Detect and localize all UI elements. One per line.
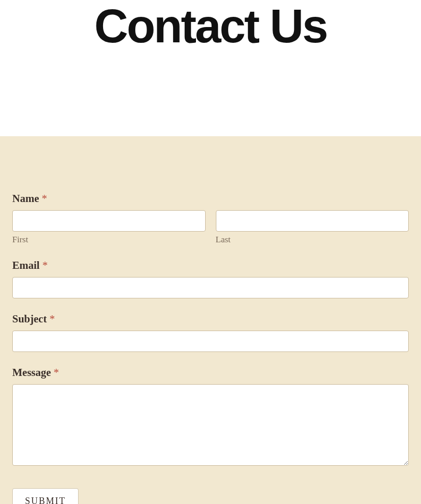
name-required-mark: *	[42, 192, 47, 205]
last-name-col: Last	[216, 210, 409, 245]
header-section: Contact Us	[0, 0, 421, 136]
message-label: Message *	[12, 366, 409, 379]
email-label: Email *	[12, 259, 409, 272]
message-textarea[interactable]	[12, 384, 409, 466]
name-label: Name *	[12, 192, 409, 205]
last-name-sublabel: Last	[216, 235, 409, 245]
subject-field-group: Subject *	[12, 313, 409, 352]
email-input[interactable]	[12, 277, 409, 298]
submit-button[interactable]: SUBMIT	[12, 488, 79, 504]
name-row: First Last	[12, 210, 409, 245]
subject-input[interactable]	[12, 331, 409, 352]
contact-form: Name * First Last Email * Subject *	[0, 136, 421, 504]
email-label-text: Email	[12, 259, 40, 271]
page-title: Contact Us	[0, 0, 421, 49]
message-required-mark: *	[54, 366, 59, 379]
last-name-input[interactable]	[216, 210, 409, 232]
subject-label: Subject *	[12, 313, 409, 325]
first-name-input[interactable]	[12, 210, 206, 232]
name-field-group: Name * First Last	[12, 192, 409, 245]
email-required-mark: *	[42, 259, 48, 271]
subject-label-text: Subject	[12, 313, 47, 325]
name-label-text: Name	[12, 192, 39, 205]
message-field-group: Message *	[12, 366, 409, 468]
subject-required-mark: *	[49, 313, 55, 325]
first-name-sublabel: First	[12, 235, 206, 245]
first-name-col: First	[12, 210, 206, 245]
email-field-group: Email *	[12, 259, 409, 298]
message-label-text: Message	[12, 366, 51, 379]
